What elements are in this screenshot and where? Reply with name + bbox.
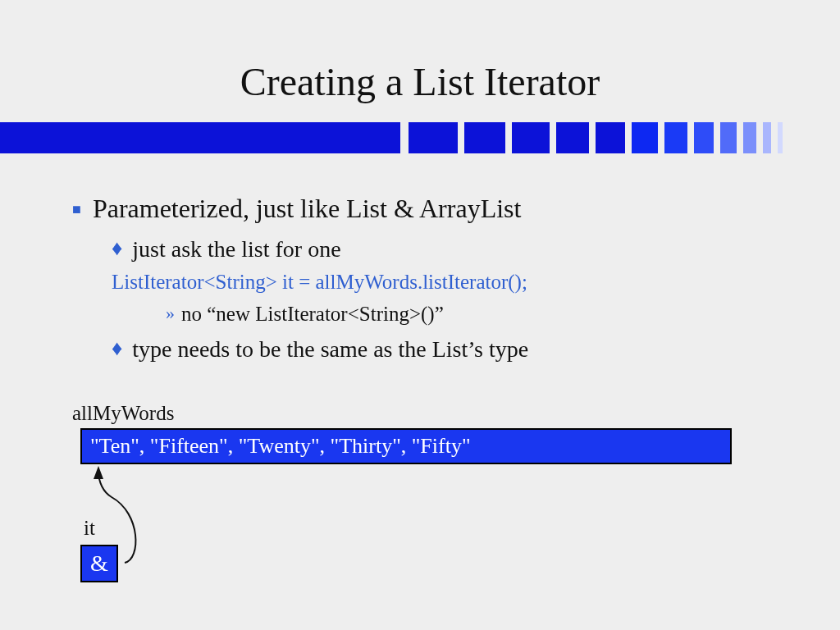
bullet-text: type needs to be the same as the List’s …	[132, 336, 528, 363]
diamond-bullet-icon: ♦	[112, 336, 122, 361]
decor-bar-segment	[664, 122, 687, 153]
reference-box: &	[80, 545, 118, 582]
content-area: ■ Parameterized, just like List & ArrayL…	[72, 194, 778, 369]
variable-label-list: allMyWords	[72, 402, 174, 425]
decor-bar-segment	[763, 122, 771, 153]
diamond-bullet-icon: ♦	[112, 236, 122, 261]
bullet-text: Parameterized, just like List & ArrayLis…	[93, 194, 522, 223]
code-line: ListIterator<String> it = allMyWords.lis…	[112, 269, 778, 295]
square-bullet-icon: ■	[72, 195, 81, 223]
decor-bar-segment	[512, 122, 550, 153]
decor-bar-segment	[694, 122, 714, 153]
decor-bar-segment	[556, 122, 589, 153]
bullet-text: just ask the list for one	[132, 236, 340, 262]
bullet-text: no “new ListIterator<String>()”	[181, 302, 444, 326]
decor-bar-segment	[778, 122, 783, 153]
decor-bar-segment	[743, 122, 756, 153]
bullet-level3: » no “new ListIterator<String>()”	[166, 302, 778, 326]
decor-bar-segment	[409, 122, 458, 153]
slide: Creating a List Iterator ■ Parameterized…	[0, 0, 840, 630]
decor-bar-segment	[596, 122, 625, 153]
slide-title: Creating a List Iterator	[0, 59, 840, 104]
bullet-level2: ♦ just ask the list for one	[112, 236, 778, 262]
decor-bar-solid	[0, 122, 400, 153]
arrow-bullet-icon: »	[166, 302, 175, 325]
bullet-level1: ■ Parameterized, just like List & ArrayL…	[72, 194, 778, 223]
reference-symbol: &	[90, 550, 108, 577]
decor-bar-segment	[632, 122, 658, 153]
decor-bar	[0, 122, 840, 153]
list-content: "Ten", "Fifteen", "Twenty", "Thirty", "F…	[90, 434, 471, 459]
variable-label-iterator: it	[84, 517, 95, 540]
bullet-level2: ♦ type needs to be the same as the List’…	[112, 336, 778, 363]
list-box: "Ten", "Fifteen", "Twenty", "Thirty", "F…	[80, 428, 732, 464]
decor-bar-segment	[720, 122, 737, 153]
decor-bar-segment	[464, 122, 505, 153]
